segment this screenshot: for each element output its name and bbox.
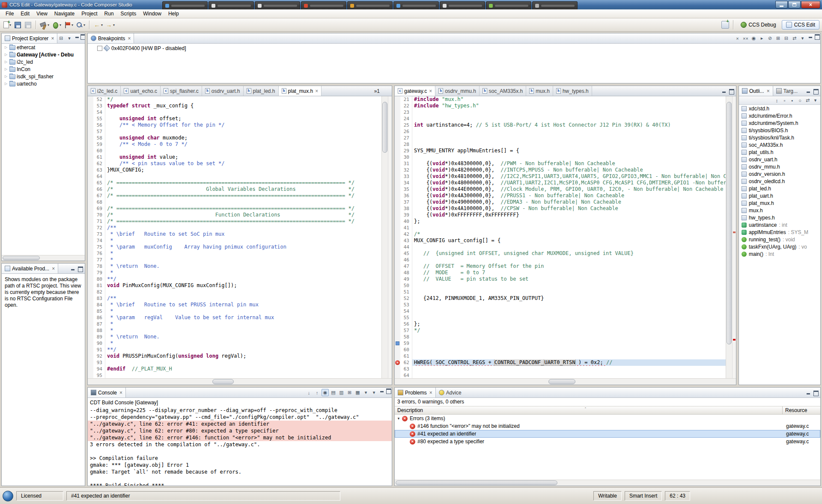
view-menu-icon[interactable]: ▾: [66, 35, 73, 42]
tab-outli[interactable]: Outli...×: [739, 86, 773, 96]
close-icon[interactable]: ×: [767, 88, 770, 94]
debug-button[interactable]: ▾: [51, 20, 62, 30]
forward-button[interactable]: →▾: [104, 20, 116, 30]
window-close-button[interactable]: ×: [801, 1, 820, 9]
outline-item[interactable]: osdrv_uart.h: [739, 156, 820, 163]
background-window-tab[interactable]: [208, 1, 254, 9]
project-item-isdk_spi_flasher[interactable]: ▷isdk_spi_flasher: [2, 73, 85, 80]
go-to-file-icon[interactable]: ▸: [758, 35, 765, 42]
hide-non-public-icon[interactable]: ○: [796, 97, 804, 104]
editor-tab-spi_flasher.c[interactable]: cspi_flasher.c: [161, 86, 202, 96]
editor-tab-gateway.c[interactable]: cgateway.c×: [395, 86, 435, 96]
remove-all-breakpoints-icon[interactable]: ××: [742, 35, 749, 42]
link-with-debug-icon[interactable]: ⇄: [791, 35, 798, 42]
outline-item[interactable]: osdrv_oledlcd.h: [739, 178, 820, 185]
code-area[interactable]: 21#include "mux.h"22#include "hw_types.h…: [395, 96, 726, 378]
dropdown-caret-icon[interactable]: ▾: [71, 23, 73, 27]
maximize-panel-icon[interactable]: [728, 88, 735, 94]
background-window-tab[interactable]: [301, 1, 346, 9]
project-item-i2c_led[interactable]: ▷i2c_led: [2, 58, 85, 65]
menu-scripts[interactable]: Scripts: [117, 10, 140, 18]
menu-window[interactable]: Window: [140, 10, 165, 18]
open-perspective-icon[interactable]: [721, 21, 729, 29]
expand-icon[interactable]: ▷: [4, 67, 8, 71]
save-button[interactable]: [13, 20, 22, 30]
console-dropdown-icon[interactable]: ▾: [362, 389, 369, 396]
outline-item[interactable]: soc_AM335x.h: [739, 141, 820, 148]
view-menu-icon[interactable]: ▾: [370, 389, 378, 396]
project-item-ethercat[interactable]: ▷ethercat: [2, 44, 85, 51]
close-tab-icon[interactable]: ×: [429, 88, 432, 94]
tab-available-products[interactable]: Available Prod... ×: [2, 264, 58, 273]
scrollbar-thumb[interactable]: [548, 379, 576, 384]
outline-item[interactable]: taskFxn(UArg, UArg) : vo: [739, 243, 820, 250]
close-icon[interactable]: ×: [51, 36, 54, 42]
remove-breakpoint-icon[interactable]: ×: [734, 35, 741, 42]
outline-item[interactable]: xdc/runtime/Error.h: [739, 112, 820, 119]
column-resource[interactable]: Resource: [783, 406, 820, 414]
maximize-panel-icon[interactable]: [385, 388, 392, 394]
scrollbar-thumb[interactable]: [212, 379, 234, 384]
occurrence-overview-marker[interactable]: [733, 231, 736, 233]
open-console-icon[interactable]: ⊞: [346, 389, 353, 396]
new-file-button[interactable]: ▾: [3, 20, 12, 30]
window-maximize-button[interactable]: [788, 1, 801, 9]
tab-targ[interactable]: Targ...: [773, 86, 801, 96]
close-icon[interactable]: ×: [119, 390, 122, 396]
project-item-uartecho[interactable]: ▷uartecho: [2, 80, 85, 87]
minimize-panel-icon[interactable]: [807, 33, 814, 39]
hidden-editors-chevron[interactable]: »1: [374, 88, 380, 94]
background-window-tab[interactable]: [347, 1, 393, 9]
vertical-scrollbar[interactable]: [726, 96, 732, 378]
maximize-panel-icon[interactable]: [813, 88, 819, 94]
expand-all-icon[interactable]: ⊞: [774, 35, 782, 42]
editor-tab-mux.h[interactable]: hmux.h: [526, 86, 553, 96]
minimize-panel-icon[interactable]: [70, 266, 76, 272]
maximize-panel-icon[interactable]: [80, 33, 85, 39]
outline-item[interactable]: plat_led.h: [739, 185, 820, 192]
maximize-panel-icon[interactable]: [814, 33, 820, 39]
menu-view[interactable]: View: [33, 10, 51, 18]
outline-item[interactable]: ti/sysbios/knl/Task.h: [739, 134, 820, 141]
outline-item[interactable]: main() : Int: [739, 250, 820, 258]
menu-run[interactable]: Run: [101, 10, 117, 18]
scrollbar-thumb[interactable]: [396, 480, 557, 485]
build-button[interactable]: ▾: [39, 20, 50, 30]
show-breakpoints-icon[interactable]: ◉: [750, 35, 757, 42]
outline-item[interactable]: uartinstance : int: [739, 221, 820, 228]
view-menu-icon[interactable]: ▾: [799, 35, 806, 42]
error-overview-marker[interactable]: [733, 339, 736, 341]
maximize-panel-icon[interactable]: [813, 390, 819, 396]
editor-tab-i2c_led.c[interactable]: ci2c_led.c: [88, 86, 121, 96]
window-minimize-button[interactable]: [775, 1, 788, 9]
minimize-panel-icon[interactable]: [805, 390, 812, 396]
view-menu-icon[interactable]: ▾: [812, 97, 819, 104]
pin-console-icon[interactable]: ◉: [322, 389, 329, 396]
close-icon[interactable]: ×: [52, 266, 55, 272]
scrollbar-thumb[interactable]: [727, 102, 732, 344]
expand-icon[interactable]: ▷: [4, 60, 8, 64]
horizontal-scrollbar[interactable]: [2, 255, 85, 261]
expand-icon[interactable]: ▷: [4, 82, 8, 86]
background-window-tab[interactable]: [532, 1, 578, 9]
scroll-to-top-icon[interactable]: ↑: [313, 389, 321, 396]
close-icon[interactable]: ×: [128, 36, 131, 42]
horizontal-scrollbar[interactable]: [88, 378, 392, 385]
outline-item[interactable]: xdc/runtime/System.h: [739, 119, 820, 127]
console-output[interactable]: --diag_warning=225 --display_error_numbe…: [88, 407, 392, 486]
outline-item[interactable]: plat_mux.h: [739, 199, 820, 207]
horizontal-scrollbar[interactable]: [395, 378, 736, 385]
dropdown-caret-icon[interactable]: ▾: [101, 23, 103, 27]
perspective-ccs-edit[interactable]: CCS Edit: [782, 20, 819, 30]
expand-icon[interactable]: ▾: [395, 416, 402, 421]
background-window-tab[interactable]: [255, 1, 300, 9]
editor-tab-osdrv_uart.h[interactable]: hosdrv_uart.h: [202, 86, 244, 96]
vertical-scrollbar[interactable]: [381, 96, 388, 378]
background-window-tab[interactable]: [162, 1, 208, 9]
editor-tab-uart_echo.c[interactable]: cuart_echo.c: [121, 86, 161, 96]
outline-item[interactable]: applMmuEntries : SYS_M: [739, 228, 820, 236]
problems-group-row[interactable]: ▾×Errors (3 items): [395, 415, 820, 422]
outline-item[interactable]: mux.h: [739, 207, 820, 214]
outline-item[interactable]: hw_types.h: [739, 214, 820, 221]
background-window-tab[interactable]: [486, 1, 531, 9]
